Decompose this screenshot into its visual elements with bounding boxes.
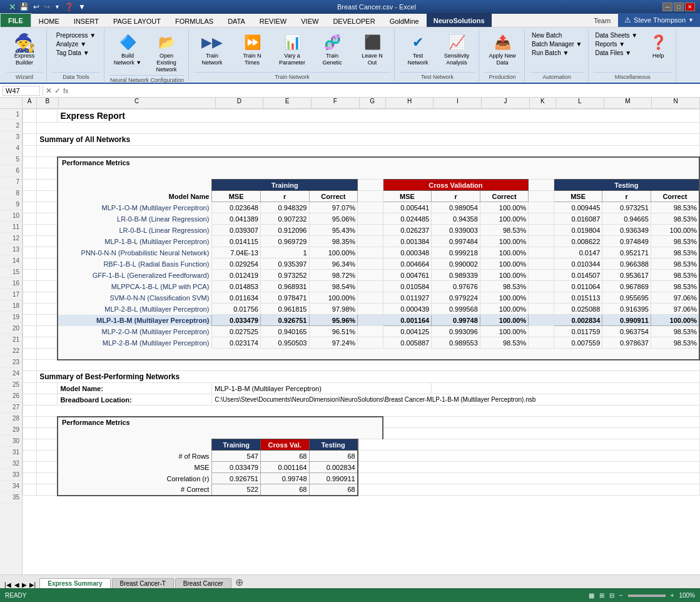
row-number: 35 bbox=[0, 492, 22, 503]
tab-express-summary[interactable]: Express Summary bbox=[39, 578, 110, 588]
col-header-i[interactable]: I bbox=[434, 98, 482, 108]
batch-manager-btn[interactable]: Batch Manager ▼ bbox=[530, 40, 584, 48]
train-genetic-btn[interactable]: 🧬 Train Genetic bbox=[314, 31, 350, 68]
sheet-view-layout[interactable]: ⊞ bbox=[599, 592, 604, 599]
zoom-out-btn[interactable]: − bbox=[619, 592, 623, 599]
col-header-j[interactable]: J bbox=[482, 98, 530, 108]
row-number: 15 bbox=[0, 267, 22, 278]
tab-neurosolutions[interactable]: NeuroSolutions bbox=[427, 13, 492, 27]
train-n-times-btn[interactable]: ⏩ Train N Times bbox=[234, 31, 270, 68]
row-number: 17 bbox=[0, 289, 22, 300]
bottom-area: |◀ ◀ ▶ ▶| Express Summary Breast Cancer-… bbox=[0, 574, 700, 602]
test-network-btn[interactable]: ✔ Test Network bbox=[400, 31, 436, 68]
table-row: Performance Metrics bbox=[23, 417, 700, 428]
build-network-btn[interactable]: 🔷 Build Network ▼ bbox=[109, 31, 146, 68]
col-header-k[interactable]: K bbox=[530, 98, 556, 108]
tab-page-layout[interactable]: PAGE LAYOUT bbox=[106, 14, 168, 27]
customize-btn[interactable]: ▼ bbox=[53, 4, 61, 10]
save-btn[interactable]: 💾 bbox=[18, 3, 30, 11]
col-header-e[interactable]: E bbox=[263, 98, 312, 108]
tab-breast-cancer[interactable]: Breast Cancer bbox=[175, 578, 231, 588]
row-number: 2 bbox=[0, 120, 22, 131]
sheet-view-normal[interactable]: ▦ bbox=[589, 592, 594, 599]
tab-data[interactable]: DATA bbox=[221, 14, 252, 27]
sheet-view-page[interactable]: ⊟ bbox=[609, 592, 614, 599]
redo-btn[interactable]: ↪ bbox=[43, 3, 51, 11]
tab-goldmine[interactable]: GoldMine bbox=[383, 14, 426, 27]
minimize-btn[interactable]: ─ bbox=[662, 3, 672, 11]
col-header-d[interactable]: D bbox=[216, 98, 264, 108]
tab-scroll-last[interactable]: ▶| bbox=[28, 581, 38, 588]
train-network-btn[interactable]: ▶▶ Train Network bbox=[194, 31, 230, 68]
train-n-times-label: Train N Times bbox=[236, 53, 268, 66]
row-number: 22 bbox=[0, 345, 22, 357]
row-number: 32 bbox=[0, 458, 22, 469]
reports-btn[interactable]: Reports ▼ bbox=[594, 40, 627, 48]
restore-btn[interactable]: □ bbox=[674, 3, 684, 11]
zoom-slider[interactable] bbox=[628, 594, 666, 597]
dropdown-icon[interactable]: ▼ bbox=[688, 17, 694, 23]
formula-bar: W47 ✕ ✓ fx bbox=[0, 84, 700, 98]
row-number: 27 bbox=[0, 402, 22, 413]
train-content: ▶▶ Train Network ⏩ Train N Times 📊 Vary … bbox=[194, 30, 390, 72]
tab-scroll-prev[interactable]: ◀ bbox=[13, 581, 21, 588]
train-genetic-label: Train Genetic bbox=[317, 53, 348, 66]
col-header-f[interactable]: F bbox=[312, 98, 360, 108]
undo-btn[interactable]: ↩ bbox=[32, 3, 41, 11]
production-content: 📤 Apply New Data bbox=[484, 30, 520, 72]
sheet-content[interactable]: Express Report Summary of All Networks bbox=[23, 109, 700, 574]
run-batch-btn[interactable]: Run Batch ▼ bbox=[530, 49, 571, 57]
help-label: Help bbox=[652, 53, 664, 59]
close-btn[interactable]: ✕ bbox=[685, 3, 695, 11]
formula-input[interactable] bbox=[71, 87, 697, 94]
cell-reference[interactable]: W47 bbox=[3, 86, 40, 96]
tab-view[interactable]: VIEW bbox=[294, 14, 325, 27]
sensitivity-btn[interactable]: 📈 Sensitivity Analysis bbox=[439, 31, 475, 68]
help-btn[interactable]: ❓ bbox=[63, 3, 75, 11]
tab-breast-cancer-t[interactable]: Breast Cancer-T bbox=[112, 578, 174, 588]
insert-function-btn[interactable]: fx bbox=[63, 87, 69, 94]
preprocess-btn[interactable]: Preprocess ▼ bbox=[54, 31, 98, 39]
data-sheets-btn[interactable]: Data Sheets ▼ bbox=[594, 31, 640, 39]
ribbon-group-wizard: 🧙 Express Builder Wizard bbox=[3, 29, 47, 81]
col-header-a[interactable]: A bbox=[23, 98, 37, 108]
tab-home[interactable]: HOME bbox=[32, 14, 66, 27]
row-number: 34 bbox=[0, 481, 22, 492]
col-header-h[interactable]: H bbox=[386, 98, 434, 108]
row-number: 25 bbox=[0, 379, 22, 390]
col-header-g[interactable]: G bbox=[360, 98, 386, 108]
tab-review[interactable]: REVIEW bbox=[253, 14, 293, 27]
express-builder-btn[interactable]: 🧙 Express Builder bbox=[6, 31, 43, 68]
data-files-btn[interactable]: Data Files ▼ bbox=[594, 49, 634, 57]
tab-developer[interactable]: DEVELOPER bbox=[326, 14, 382, 27]
col-header-b[interactable]: B bbox=[37, 98, 59, 108]
tab-file[interactable]: FILE bbox=[0, 13, 31, 27]
col-header-c[interactable]: C bbox=[59, 98, 216, 108]
ribbon-group-misc: Data Sheets ▼ Reports ▼ Data Files ▼ ❓ H… bbox=[590, 29, 677, 81]
table-row: # of Rows 547 68 68 bbox=[23, 451, 700, 462]
cancel-formula-btn[interactable]: ✕ bbox=[46, 86, 52, 95]
new-batch-btn[interactable]: New Batch bbox=[530, 31, 564, 39]
zoom-in-btn[interactable]: + bbox=[671, 592, 674, 599]
options-btn[interactable]: ▼ bbox=[77, 3, 87, 11]
row-number: 10 bbox=[0, 210, 22, 222]
add-sheet-btn[interactable]: ⊕ bbox=[235, 576, 243, 588]
tab-team[interactable]: Team bbox=[587, 14, 617, 26]
tab-insert[interactable]: INSERT bbox=[67, 14, 106, 27]
analyze-btn[interactable]: Analyze ▼ bbox=[54, 40, 88, 48]
col-header-n[interactable]: N bbox=[652, 98, 700, 108]
open-existing-network-btn[interactable]: 📂 Open Existing Network bbox=[148, 31, 185, 74]
vary-param-btn[interactable]: 📊 Vary a Parameter bbox=[274, 31, 310, 68]
tag-data-btn[interactable]: Tag Data ▼ bbox=[54, 49, 91, 57]
confirm-formula-btn[interactable]: ✓ bbox=[54, 86, 61, 95]
col-header-l[interactable]: L bbox=[556, 98, 604, 108]
misc-content: Data Sheets ▼ Reports ▼ Data Files ▼ ❓ H… bbox=[594, 30, 672, 72]
tab-scroll-next[interactable]: ▶ bbox=[21, 581, 28, 588]
col-header-m[interactable]: M bbox=[604, 98, 652, 108]
leave-n-out-btn[interactable]: ⬛ Leave N Out bbox=[354, 31, 390, 68]
sheet-table: Express Report Summary of All Networks bbox=[23, 109, 700, 496]
tab-scroll-first[interactable]: |◀ bbox=[3, 581, 13, 588]
apply-new-data-btn[interactable]: 📤 Apply New Data bbox=[484, 31, 520, 68]
help-btn[interactable]: ❓ Help bbox=[644, 31, 672, 61]
tab-formulas[interactable]: FORMULAS bbox=[168, 14, 220, 27]
